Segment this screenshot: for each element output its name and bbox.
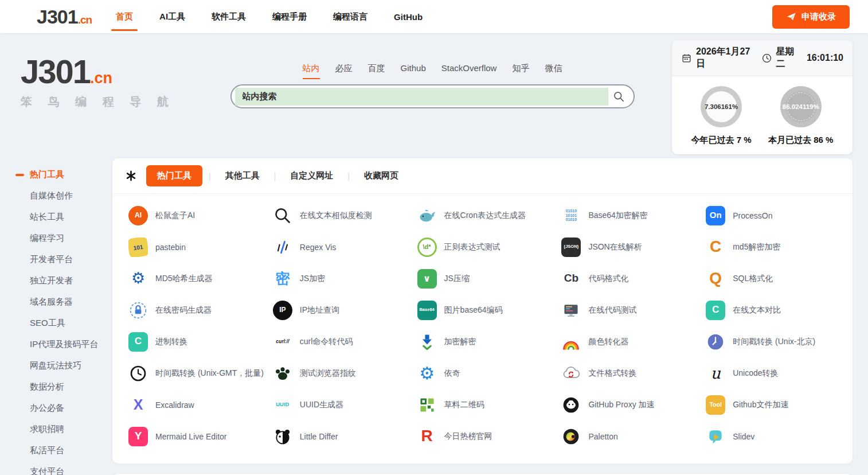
tool-item[interactable]: QSQL格式化 — [702, 263, 847, 294]
sidebar-item[interactable]: IP代理及接码平台 — [0, 334, 112, 355]
tool-label: ProcessOn — [733, 211, 772, 220]
hero-logo: J301.cn 笨 鸟 编 程 导 航 — [21, 55, 193, 110]
apply-inclusion-button[interactable]: 申请收录 — [772, 5, 850, 29]
tool-item[interactable]: 草料二维码 — [414, 389, 558, 421]
search-button[interactable] — [608, 86, 630, 107]
search-engine-tab[interactable]: StackOverflow — [441, 63, 497, 79]
tool-item[interactable]: 在线文本相似度检测 — [269, 200, 414, 231]
calendar-icon — [681, 53, 692, 64]
sidebar-item[interactable]: 编程学习 — [0, 228, 112, 249]
tool-item[interactable]: 文件格式转换 — [558, 357, 702, 389]
tools-tab[interactable]: 自定义网址 — [282, 166, 341, 186]
tool-item[interactable]: Paletton — [558, 421, 702, 452]
tool-item[interactable]: 01010 10101 01010Base64加密解密 — [558, 200, 702, 231]
datetime-card: 2026年1月27日 星期二 16:01:10 7.306161%今年已过去 7… — [672, 40, 853, 154]
sidebar-item[interactable]: SEO工具 — [0, 313, 112, 334]
tool-label: Github文件加速 — [733, 400, 788, 410]
sidebar-item[interactable]: 开发者平台 — [0, 249, 112, 270]
tool-item[interactable]: 时间戳转换 (Unix-GMT，批量) — [125, 357, 269, 389]
tools-tab[interactable]: 其他工具 — [217, 166, 268, 186]
tool-item[interactable]: Cb代码格式化 — [558, 263, 702, 294]
sidebar-item[interactable]: 独立开发者 — [0, 270, 112, 291]
sidebar-item[interactable]: 数据分析 — [0, 376, 112, 398]
tool-item[interactable]: OnProcessOn — [702, 200, 847, 231]
sidebar-item[interactable]: 私活平台 — [0, 440, 112, 461]
tool-item[interactable]: XExcalidraw — [125, 389, 269, 421]
search-engine-tab[interactable]: Github — [401, 63, 426, 79]
tools-tab[interactable]: 热门工具 — [146, 165, 202, 186]
tool-item[interactable]: ⚙依奇 — [414, 357, 558, 389]
tool-label: 正则表达式测试 — [444, 242, 501, 252]
text-compare-icon: C — [706, 301, 725, 320]
tool-item[interactable]: 在线密码生成器 — [125, 294, 269, 326]
tool-item[interactable]: ToolGithub文件加速 — [702, 389, 847, 421]
unicode-u-icon: u — [706, 364, 725, 383]
search-engine-tab[interactable]: 百度 — [368, 63, 385, 79]
tool-item[interactable]: YMermaid Live Editor — [125, 421, 269, 452]
sidebar-item[interactable]: 求职招聘 — [0, 419, 112, 440]
processon-icon: On — [706, 206, 725, 225]
tool-label: GitHub Proxy 加速 — [588, 400, 654, 410]
sidebar-item[interactable]: 自媒体创作 — [0, 185, 112, 207]
nav-item[interactable]: GitHub — [394, 0, 423, 33]
yiqi-gear-icon: ⚙ — [417, 364, 437, 383]
search-engine-tab[interactable]: 知乎 — [512, 63, 529, 79]
tools-tab[interactable]: 收藏网页 — [356, 166, 406, 186]
tool-label: 代码格式化 — [588, 274, 628, 284]
tool-item[interactable]: Regex Vis — [269, 231, 414, 263]
encrypt-decrypt-arrows-icon — [417, 332, 437, 352]
tool-item[interactable]: 颜色转化器 — [558, 326, 702, 357]
tool-item[interactable]: 密JS加密 — [269, 263, 414, 294]
nav-item[interactable]: 编程语言 — [333, 0, 367, 33]
tool-item[interactable]: AI松鼠盒子AI — [125, 200, 269, 231]
sidebar-item[interactable]: 网盘玩法技巧 — [0, 355, 112, 376]
sql-q-icon: Q — [706, 269, 725, 289]
nav-item[interactable]: 首页 — [116, 0, 133, 33]
qr-code-icon — [417, 395, 437, 415]
progress-gauges: 7.306161%今年已过去 7 %86.024119%本月已过去 86 % — [672, 76, 853, 154]
weekday-text: 星期二 — [776, 46, 803, 70]
tool-item[interactable]: ∨JS压缩 — [414, 263, 558, 294]
search-engine-tab[interactable]: 微信 — [545, 63, 562, 79]
nav-item[interactable]: 软件工具 — [212, 0, 246, 33]
tool-item[interactable]: C在线文本对比 — [702, 294, 847, 326]
regex-test-icon: \d* — [417, 238, 437, 257]
gauge-label: 今年已过去 7 % — [691, 135, 752, 146]
tool-item[interactable]: Little Differ — [269, 421, 414, 452]
tool-item[interactable]: \d*正则表达式测试 — [414, 231, 558, 263]
tool-item[interactable]: 101pastebin — [125, 231, 269, 263]
tool-item[interactable]: C进制转换 — [125, 326, 269, 357]
sidebar-item[interactable]: 办公必备 — [0, 398, 112, 419]
search-engine-tab[interactable]: 站内 — [303, 63, 320, 79]
tool-item[interactable]: UUIDUUID生成器 — [269, 389, 414, 421]
sidebar-item[interactable]: 站长工具 — [0, 207, 112, 228]
paletton-icon — [561, 427, 581, 446]
tab-separator: | — [347, 172, 350, 181]
sidebar-item[interactable]: 热门工具 — [0, 164, 112, 185]
tool-item[interactable]: R今日热榜官网 — [414, 421, 558, 452]
tool-item[interactable]: GitHub Proxy 加速 — [558, 389, 702, 421]
regex-test-icon: \d* — [417, 238, 437, 257]
tool-item[interactable]: Base64图片base64编码 — [414, 294, 558, 326]
tool-item[interactable]: 时间戳转换 (Unix-北京) — [702, 326, 847, 357]
tool-item[interactable]: Cmd5解密加密 — [702, 231, 847, 263]
tool-item[interactable]: uUnicode转换 — [702, 357, 847, 389]
tool-item[interactable]: {JSON}JSON在线解析 — [558, 231, 702, 263]
timestamp-gmt-clock-icon — [128, 364, 148, 383]
site-logo[interactable]: J301.cn — [37, 7, 92, 26]
sidebar-item[interactable]: 域名服务器 — [0, 291, 112, 313]
tool-item[interactable]: Slidev — [702, 421, 847, 452]
tool-item[interactable]: 加密解密 — [414, 326, 558, 357]
tool-item[interactable]: ⚙MD5哈希生成器 — [125, 263, 269, 294]
search-input[interactable] — [235, 88, 608, 106]
tool-item[interactable]: 在线Cron表达式生成器 — [414, 200, 558, 231]
nav-item[interactable]: 编程手册 — [272, 0, 307, 33]
tool-item[interactable]: 在线代码测试 — [558, 294, 702, 326]
nav-item[interactable]: AI工具 — [159, 0, 185, 33]
sidebar-item[interactable]: 支付平台 — [0, 461, 112, 475]
search-engine-tab[interactable]: 必应 — [335, 63, 353, 79]
tool-item[interactable]: IPIP地址查询 — [269, 294, 414, 326]
search-engine-tabs: 站内必应百度GithubStackOverflow知乎微信 — [303, 63, 562, 79]
tool-item[interactable]: curl://curl命令转代码 — [269, 326, 414, 357]
tool-item[interactable]: 测试浏览器指纹 — [269, 357, 414, 389]
